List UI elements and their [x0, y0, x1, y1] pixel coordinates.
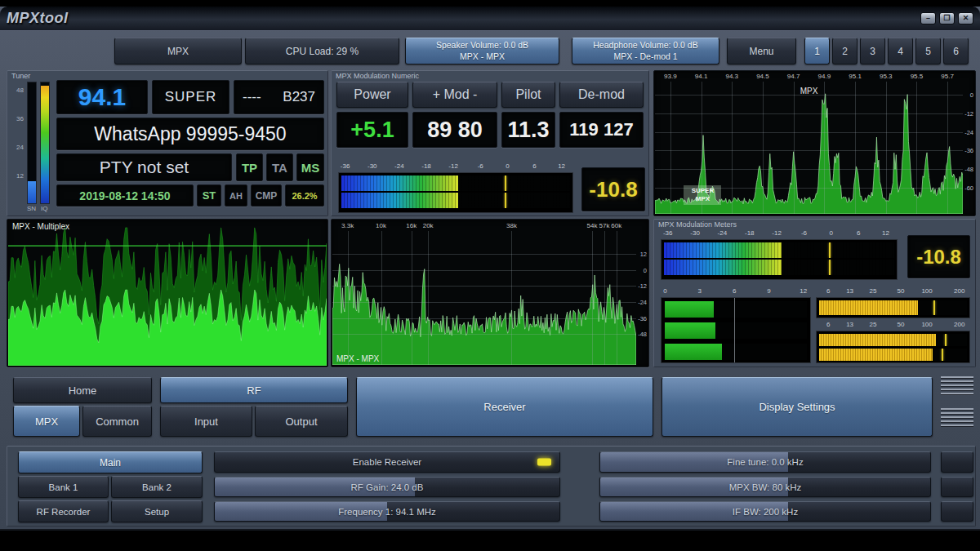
mpx-spectrum-trace — [332, 231, 636, 365]
extra-button[interactable] — [941, 501, 973, 522]
fine-tune-label: Fine tune: 0.0 kHz — [727, 457, 803, 467]
datetime-display: 2019-08-12 14:50 — [56, 184, 194, 207]
demod-bar — [819, 334, 967, 346]
mod-header-button[interactable]: + Mod - — [412, 82, 497, 108]
scale-tick: 3 — [698, 287, 702, 295]
nav-display-settings-button[interactable]: Display Settings — [662, 377, 933, 437]
frequency-1-slider[interactable]: Frequency 1: 94.1 MHz — [214, 501, 560, 522]
pilot-meter-bar — [665, 344, 807, 360]
axis-tick-label: -24 — [964, 128, 973, 136]
bank-2-button[interactable]: Bank 2 — [111, 476, 203, 498]
headphone-volume-line2: MPX - De-mod 1 — [613, 51, 677, 63]
scale-tick: 48 — [16, 87, 24, 94]
nav-common-tab[interactable]: Common — [82, 406, 152, 437]
gridline — [886, 82, 887, 214]
axis-tick-label: 54k — [587, 222, 598, 229]
db-meter — [338, 172, 573, 213]
rf-spectrum-y-axis: 0-12-24-36-48-60 — [963, 82, 974, 214]
enable-receiver-label: Enable Receiver — [353, 457, 421, 467]
db-value-display: -10.8 — [907, 235, 970, 278]
nav-mpx-tab[interactable]: MPX — [13, 406, 80, 437]
rf-recorder-button[interactable]: RF Recorder — [18, 500, 109, 522]
speaker-volume-line2: MPX - MPX — [460, 51, 505, 63]
enabled-led-indicator — [537, 459, 551, 466]
axis-tick-label: 95.3 — [880, 73, 893, 80]
preset-1-button[interactable]: 1 — [804, 38, 830, 64]
nav-home-button[interactable]: Home — [13, 377, 152, 403]
axis-tick-label: 20k — [423, 222, 434, 229]
menu-button[interactable]: Menu — [727, 38, 796, 64]
gridline — [855, 82, 856, 214]
demod-bar — [819, 300, 967, 315]
gridline — [332, 318, 636, 319]
headphone-volume-button[interactable]: Headphone Volume: 0.0 dB MPX - De-mod 1 — [572, 38, 719, 64]
restore-button[interactable]: ❐ — [939, 12, 955, 24]
preset-2-button[interactable]: 2 — [832, 38, 858, 64]
nav-output-tab[interactable]: Output — [255, 406, 348, 437]
preset-3-button[interactable]: 3 — [860, 38, 885, 64]
ms-flag: MS — [296, 153, 324, 181]
tp-flag: TP — [236, 153, 263, 181]
ta-flag: TA — [266, 153, 293, 181]
rf-spectrum-plot: MPX SUPER MPX — [655, 82, 963, 214]
pilot-meter-bar — [665, 322, 807, 339]
scale-tick: 13 — [846, 287, 853, 295]
pi-code: B237 — [283, 89, 315, 105]
speaker-volume-button[interactable]: Speaker Volume: 0.0 dB MPX - MPX — [405, 38, 559, 64]
headphone-volume-line1: Headphone Volume: 0.0 dB — [593, 40, 697, 51]
mpx-toolbar-button[interactable]: MPX — [114, 38, 242, 64]
bank-main-button[interactable]: Main — [18, 451, 203, 473]
axis-tick-label: 94.5 — [756, 73, 769, 80]
axis-tick-label: 0 — [644, 266, 647, 273]
if-bw-slider[interactable]: IF BW: 200 kHz — [599, 501, 931, 522]
axis-tick-label: -24 — [638, 298, 647, 305]
fine-tune-slider[interactable]: Fine tune: 0.0 kHz — [599, 451, 931, 473]
gridline — [655, 169, 963, 170]
db-meter-bar — [664, 242, 894, 258]
pilot-header-button[interactable]: Pilot — [501, 82, 555, 108]
scale-tick: 50 — [897, 287, 904, 295]
gridline — [332, 334, 636, 335]
scale-tick: 6 — [857, 229, 860, 237]
drag-grip[interactable] — [941, 376, 973, 394]
scale-tick: 6 — [532, 162, 536, 170]
rf-gain-label: RF Gain: 24.0 dB — [351, 482, 424, 492]
scale-tick: -36 — [341, 162, 350, 170]
db-meter-bar — [341, 176, 570, 191]
preset-5-button[interactable]: 5 — [915, 38, 941, 64]
nav-receiver-button[interactable]: Receiver — [356, 377, 653, 437]
scale-tick: 50 — [897, 321, 904, 328]
extra-button[interactable] — [941, 451, 973, 473]
minimize-button[interactable]: – — [920, 12, 936, 24]
demod-bar — [819, 349, 967, 361]
gridline — [348, 231, 349, 365]
mod-numeric-title: MPX Modulation Numeric — [336, 72, 419, 80]
scale-tick: -30 — [368, 162, 377, 170]
station-name-display: SUPER — [152, 80, 229, 114]
bank-1-button[interactable]: Bank 1 — [18, 476, 109, 498]
scope-label: MPX - Multiplex — [12, 222, 69, 231]
gridline — [763, 82, 764, 214]
demod-scale: 6132550100200 — [816, 321, 970, 330]
demod-header-button[interactable]: De-mod — [559, 82, 644, 108]
preset-4-button[interactable]: 4 — [888, 38, 913, 64]
drag-grip[interactable] — [941, 408, 973, 426]
axis-tick-label: -60 — [964, 184, 973, 191]
mpx-bw-slider[interactable]: MPX BW: 80 kHz — [599, 477, 931, 497]
rf-gain-slider[interactable]: RF Gain: 24.0 dB — [214, 477, 560, 497]
demod-scale: 6132550100200 — [816, 287, 970, 296]
extra-button[interactable] — [941, 477, 973, 497]
nav-input-tab[interactable]: Input — [160, 406, 252, 437]
axis-tick-label: -12 — [638, 282, 647, 290]
gridline — [511, 231, 512, 365]
preset-6-button[interactable]: 6 — [943, 38, 969, 64]
power-header-button[interactable]: Power — [336, 82, 408, 108]
close-button[interactable]: ✕ — [958, 12, 973, 24]
axis-tick-label: -48 — [964, 165, 973, 172]
cpu-load-button[interactable]: CPU Load: 29 % — [245, 38, 399, 64]
nav-rf-button[interactable]: RF — [160, 377, 348, 403]
setup-button[interactable]: Setup — [111, 500, 203, 522]
enable-receiver-toggle[interactable]: Enable Receiver — [214, 451, 560, 473]
axis-tick-label: 0 — [970, 91, 973, 99]
signal-scale: 48 36 24 12 — [11, 82, 24, 206]
